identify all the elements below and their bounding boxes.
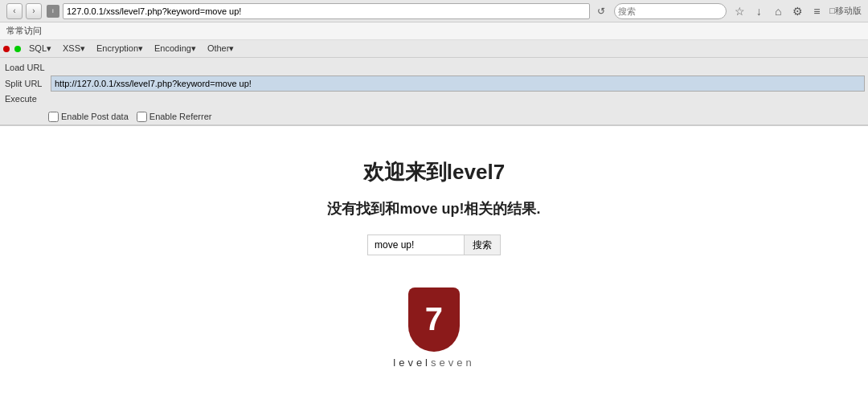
logo-text: levelseven: [393, 357, 474, 369]
hackbar-url-input[interactable]: [51, 75, 865, 92]
dot-red-indicator: [3, 46, 10, 52]
search-button[interactable]: 搜索: [464, 234, 501, 255]
hackbar: SQL▾ XSS▾ Encryption▾ Encoding▾ Other▾ L…: [0, 40, 868, 125]
enable-referrer-text: Enable Referrer: [149, 112, 212, 121]
enable-post-checkbox[interactable]: [48, 112, 59, 122]
logo-seven: seven: [431, 357, 475, 369]
page-content: 欢迎来到level7 没有找到和move up!相关的结果. 搜索 7 leve…: [0, 126, 868, 399]
hackbar-other-menu[interactable]: Other▾: [204, 42, 238, 55]
sync-button[interactable]: ⚙: [789, 3, 805, 19]
enable-referrer-label[interactable]: Enable Referrer: [137, 112, 212, 122]
split-url-button[interactable]: Split URL: [3, 76, 43, 92]
browser-actions: ☆ ↓ ⌂ ⚙ ≡: [731, 3, 825, 19]
bookmarks-bar: 常常访问: [0, 22, 868, 40]
reload-button[interactable]: ↺: [593, 3, 609, 19]
search-form: 搜索: [367, 234, 501, 255]
hackbar-encoding-menu[interactable]: Encoding▾: [151, 42, 199, 55]
search-input[interactable]: [367, 234, 464, 255]
logo-number: 7: [425, 301, 443, 337]
bookmark-star-button[interactable]: ☆: [731, 3, 747, 19]
execute-button[interactable]: Execute: [3, 92, 39, 108]
enable-post-text: Enable Post data: [61, 112, 129, 121]
favicon: i: [47, 5, 59, 18]
hackbar-sql-menu[interactable]: SQL▾: [26, 42, 55, 55]
browser-search-input[interactable]: [614, 3, 727, 19]
hackbar-encryption-menu[interactable]: Encryption▾: [93, 42, 146, 55]
no-result-message: 没有找到和move up!相关的结果.: [327, 199, 540, 218]
logo-badge: 7: [408, 287, 460, 352]
back-button[interactable]: ‹: [6, 3, 23, 19]
menu-button[interactable]: ≡: [809, 3, 825, 19]
dot-green-indicator: [14, 46, 21, 52]
address-bar[interactable]: [63, 3, 590, 19]
enable-post-label[interactable]: Enable Post data: [48, 112, 129, 122]
enable-referrer-checkbox[interactable]: [137, 112, 147, 122]
hackbar-left-panel: Load URL Split URL Execute: [3, 60, 47, 108]
bookmarks-label[interactable]: 常常访问: [3, 25, 45, 37]
page-title: 欢迎来到level7: [363, 158, 505, 186]
mobile-version-label: □移动版: [829, 5, 862, 17]
hackbar-post-row: Enable Post data Enable Referrer: [0, 110, 868, 124]
forward-button[interactable]: ›: [26, 3, 42, 19]
hackbar-url-row: Load URL Split URL Execute: [0, 58, 868, 110]
hackbar-xss-menu[interactable]: XSS▾: [59, 42, 88, 55]
home-button[interactable]: ⌂: [770, 3, 786, 19]
load-url-button[interactable]: Load URL: [3, 60, 47, 76]
logo-level: level: [393, 357, 431, 369]
save-button[interactable]: ↓: [751, 3, 767, 19]
hackbar-menu-row: SQL▾ XSS▾ Encryption▾ Encoding▾ Other▾: [0, 40, 868, 58]
browser-navigation: ‹ ›: [6, 3, 42, 19]
logo-container: 7 levelseven: [393, 287, 474, 369]
